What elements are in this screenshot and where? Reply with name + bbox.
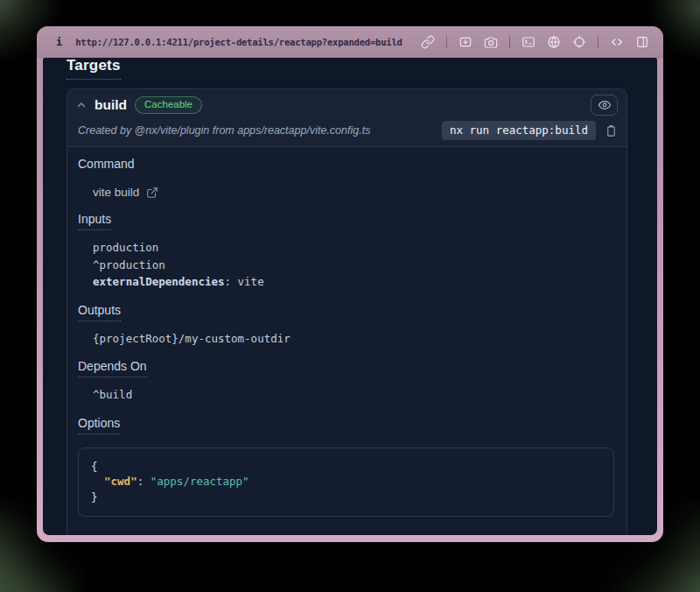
run-command-chip: nx run reactapp:build xyxy=(442,121,596,140)
json-open-brace: { xyxy=(91,459,601,475)
camera-icon[interactable] xyxy=(484,35,498,49)
json-value: "apps/reactapp" xyxy=(150,475,249,488)
targets-heading[interactable]: Targets xyxy=(66,58,121,80)
clipboard-copy-icon xyxy=(605,124,618,137)
input-item: externalDependencies: vite xyxy=(78,274,614,290)
eye-icon xyxy=(598,98,612,112)
chevron-up-icon[interactable] xyxy=(76,100,87,110)
url-text[interactable]: http://127.0.0.1:4211/project-details/re… xyxy=(75,37,402,47)
code-icon[interactable] xyxy=(610,35,624,49)
json-colon: : xyxy=(137,475,150,488)
command-value-row: vite build xyxy=(78,186,614,199)
save-screenshot-icon[interactable] xyxy=(458,35,472,49)
build-card-header[interactable]: build Cacheable xyxy=(67,89,626,121)
depends-on-item: ^build xyxy=(78,387,614,403)
terminal-icon[interactable] xyxy=(522,35,536,49)
command-section: Command vite build xyxy=(78,156,614,199)
json-cwd-line: "cwd": "apps/reactapp" xyxy=(91,474,601,490)
cacheable-badge: Cacheable xyxy=(135,96,202,114)
outputs-label[interactable]: Outputs xyxy=(78,303,121,321)
target-name: build xyxy=(94,97,127,113)
inputs-label[interactable]: Inputs xyxy=(78,212,111,230)
input-item: production xyxy=(78,240,614,256)
page-title: Targets xyxy=(66,58,627,80)
command-label: Command xyxy=(78,157,135,172)
external-link-icon[interactable] xyxy=(146,187,158,199)
options-section: Options { "cwd": "apps/reactapp" } xyxy=(78,415,614,518)
created-by-text: Created by @nx/vite/plugin from apps/rea… xyxy=(78,124,442,137)
split-view-icon[interactable] xyxy=(635,35,649,49)
view-details-button[interactable] xyxy=(591,95,618,116)
json-close-brace: } xyxy=(91,490,601,505)
json-key: "cwd" xyxy=(104,475,137,488)
toolbar-divider xyxy=(598,35,598,48)
toolbar-actions xyxy=(421,35,649,49)
input-key-value: : vite xyxy=(225,275,264,288)
url-bar[interactable]: i http://127.0.0.1:4211/project-details/… xyxy=(56,36,421,48)
command-value: vite build xyxy=(93,186,139,199)
output-item: {projectRoot}/my-custom-outdir xyxy=(78,331,614,347)
globe-icon[interactable] xyxy=(547,35,561,49)
input-key: externalDependencies xyxy=(93,275,225,288)
inputs-section: Inputs production ^production externalDe… xyxy=(78,211,614,290)
build-card-body: Command vite build Inputs production ^pr… xyxy=(67,147,626,535)
options-json-block: { "cwd": "apps/reactapp" } xyxy=(78,448,614,518)
info-icon: i xyxy=(56,36,62,48)
crosshair-icon[interactable] xyxy=(572,35,586,49)
toolbar-divider xyxy=(446,35,447,48)
depends-on-section: Depends On ^build xyxy=(78,358,614,403)
target-card-build: build Cacheable Created by @nx/vite/plug… xyxy=(66,88,627,535)
browser-toolbar: i http://127.0.0.1:4211/project-details/… xyxy=(37,26,663,58)
toolbar-divider xyxy=(509,35,510,48)
build-card-subheader: Created by @nx/vite/plugin from apps/rea… xyxy=(67,121,626,147)
copy-command-button[interactable] xyxy=(605,124,618,137)
outputs-section: Outputs {projectRoot}/my-custom-outdir xyxy=(78,302,614,347)
link-icon[interactable] xyxy=(421,35,435,49)
browser-window: i http://127.0.0.1:4211/project-details/… xyxy=(37,26,663,542)
input-item: ^production xyxy=(78,257,614,273)
options-label[interactable]: Options xyxy=(78,416,120,434)
page-viewport: Targets build Cacheable Created by @nx/v… xyxy=(43,58,657,535)
depends-on-label[interactable]: Depends On xyxy=(78,359,147,377)
